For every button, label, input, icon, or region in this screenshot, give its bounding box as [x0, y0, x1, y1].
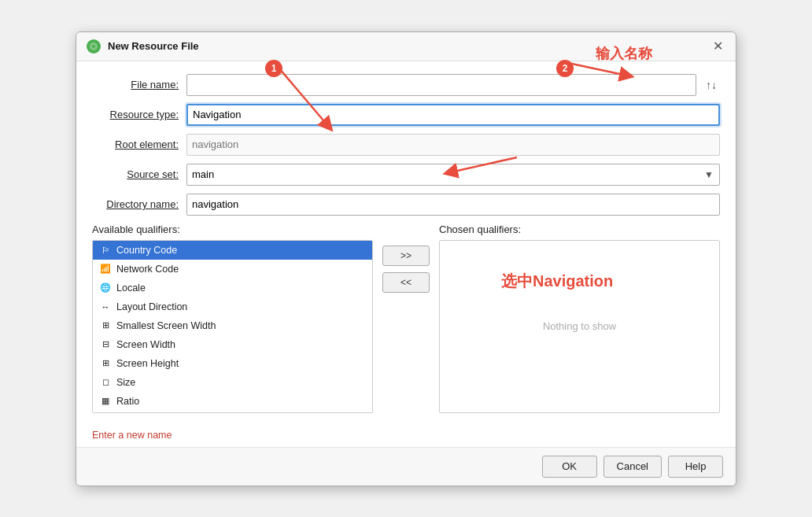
error-message: Enter a new name — [92, 430, 172, 441]
source-set-wrapper: main ▼ — [186, 164, 720, 186]
qualifier-label-size: Size — [116, 377, 135, 388]
directory-name-row: Directory name: — [92, 194, 720, 216]
available-qualifiers-label: Available qualifiers: — [92, 223, 373, 235]
qualifier-item-country-code[interactable]: 🏳 Country Code — [93, 241, 372, 260]
screen-height-icon: ⊞ — [99, 357, 112, 370]
new-resource-file-dialog: New Resource File ✕ File name: ↑↓ Resour… — [76, 31, 736, 486]
qualifier-label-ratio: Ratio — [116, 396, 139, 407]
app-logo — [86, 39, 102, 54]
qualifier-item-locale[interactable]: 🌐 Locale — [93, 279, 372, 297]
directory-name-input[interactable] — [186, 194, 720, 216]
cancel-button[interactable]: Cancel — [603, 456, 662, 478]
add-qualifier-button[interactable]: >> — [382, 246, 430, 266]
source-set-select[interactable]: main — [186, 164, 720, 186]
root-element-input[interactable] — [186, 134, 720, 156]
qualifier-item-layout-direction[interactable]: ↔ Layout Direction — [93, 297, 372, 316]
dialog-title: New Resource File — [108, 40, 710, 52]
file-name-input[interactable] — [186, 74, 696, 96]
qualifier-label-smallest-screen-width: Smallest Screen Width — [116, 320, 216, 331]
dialog-footer: OK Cancel Help — [76, 447, 736, 486]
qualifier-item-smallest-screen-width[interactable]: ⊞ Smallest Screen Width — [93, 316, 372, 335]
qualifier-list[interactable]: 🏳 Country Code 📶 Network Code 🌐 Locale — [92, 240, 373, 413]
resource-type-input[interactable] — [186, 104, 720, 126]
qualifier-label-layout-direction: Layout Direction — [116, 301, 187, 312]
qualifier-item-ratio[interactable]: ▦ Ratio — [93, 392, 372, 411]
country-code-icon: 🏳 — [99, 244, 112, 257]
qualifier-item-network-code[interactable]: 📶 Network Code — [93, 260, 372, 279]
qualifier-list-wrapper: 🏳 Country Code 📶 Network Code 🌐 Locale — [92, 240, 373, 413]
dialog-body: File name: ↑↓ Resource type: Root elemen… — [76, 61, 736, 426]
error-message-row: Enter a new name — [76, 426, 736, 447]
layout-direction-icon: ↔ — [99, 301, 112, 313]
smallest-screen-width-icon: ⊞ — [99, 319, 112, 332]
qualifier-item-orientation[interactable]: ⤢ Orientation — [93, 411, 372, 413]
ratio-icon: ▦ — [99, 395, 112, 408]
qualifier-item-screen-height[interactable]: ⊞ Screen Height — [93, 354, 372, 373]
file-name-row: File name: ↑↓ — [92, 74, 720, 96]
ok-button[interactable]: OK — [542, 456, 597, 478]
remove-qualifier-button[interactable]: << — [382, 272, 430, 293]
chosen-qualifiers-label: Chosen qualifiers: — [439, 223, 720, 235]
available-qualifiers-section: Available qualifiers: 🏳 Country Code 📶 N… — [92, 223, 373, 413]
resource-type-row: Resource type: — [92, 104, 720, 126]
qualifier-item-size[interactable]: ◻ Size — [93, 373, 372, 392]
qualifier-item-screen-width[interactable]: ⊟ Screen Width — [93, 335, 372, 354]
size-icon: ◻ — [99, 376, 112, 389]
svg-point-2 — [92, 45, 95, 48]
help-button[interactable]: Help — [668, 456, 723, 478]
chosen-qualifiers-section: Chosen qualifiers: Nothing to show — [439, 223, 720, 413]
qualifier-label-screen-height: Screen Height — [116, 358, 179, 369]
resource-type-label: Resource type: — [92, 109, 186, 120]
locale-icon: 🌐 — [99, 282, 112, 294]
qualifier-label-screen-width: Screen Width — [116, 339, 175, 350]
sort-button[interactable]: ↑↓ — [703, 77, 720, 93]
file-name-label: File name: — [92, 79, 186, 90]
chosen-qualifiers-panel: Nothing to show — [439, 240, 720, 413]
qualifier-label-network-code: Network Code — [116, 264, 179, 275]
transfer-buttons: >> << — [373, 246, 439, 293]
source-set-label: Source set: — [92, 168, 186, 180]
qualifier-label-country-code: Country Code — [116, 245, 177, 256]
title-bar: New Resource File ✕ — [76, 32, 736, 61]
source-set-row: Source set: main ▼ — [92, 164, 720, 186]
close-button[interactable]: ✕ — [710, 40, 726, 53]
screen-width-icon: ⊟ — [99, 338, 112, 351]
root-element-label: Root element: — [92, 138, 186, 150]
root-element-row: Root element: — [92, 134, 720, 156]
nothing-to-show-text: Nothing to show — [543, 320, 616, 332]
qualifier-label-locale: Locale — [116, 283, 146, 294]
directory-name-label: Directory name: — [92, 198, 186, 210]
network-code-icon: 📶 — [99, 263, 112, 275]
